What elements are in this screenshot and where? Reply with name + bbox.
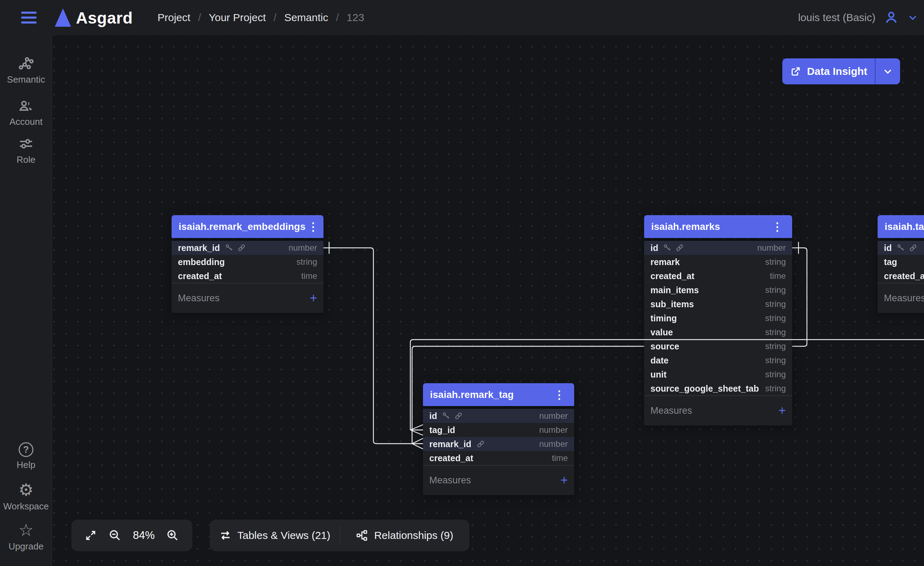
kebab-menu-icon[interactable]: ⋮ <box>552 389 567 400</box>
expand-icon <box>84 529 97 542</box>
sidebar-item-label: Help <box>16 460 35 470</box>
table-row[interactable]: embedding string <box>172 255 324 269</box>
table-row[interactable]: id number <box>878 241 924 255</box>
measures-section: Measures + <box>423 466 574 495</box>
top-bar: Asgard Project / Your Project / Semantic… <box>0 0 924 35</box>
data-insight-dropdown[interactable] <box>876 58 900 84</box>
add-measure-button[interactable]: + <box>310 292 317 304</box>
column-name: id <box>429 411 437 421</box>
account-icon <box>18 98 34 114</box>
user-menu[interactable]: louis test (Basic) <box>798 0 918 35</box>
tables-views-button[interactable]: Tables & Views (21) <box>210 520 340 551</box>
table-row[interactable]: date string <box>644 353 792 367</box>
column-name: embedding <box>178 257 225 267</box>
table-row[interactable]: main_items string <box>644 283 792 297</box>
sidebar-item-label: Semantic <box>7 74 45 85</box>
column-name: timing <box>651 313 677 323</box>
table-row[interactable]: value string <box>644 325 792 339</box>
add-measure-button[interactable]: + <box>778 404 786 417</box>
user-label: louis test (Basic) <box>798 12 876 24</box>
chevron-down-icon[interactable] <box>907 12 918 23</box>
measures-label: Measures <box>651 405 692 416</box>
sidebar-item-upgrade[interactable]: ☆ Upgrade <box>0 522 52 552</box>
column-type: string <box>765 370 786 379</box>
table-card-remark-embeddings[interactable]: isaiah.remark_embeddings ⋮ remark_id num… <box>172 215 324 313</box>
breadcrumb-project[interactable]: Project <box>158 12 190 24</box>
table-body: remark_id number embedding string create… <box>172 241 324 313</box>
column-type: time <box>552 453 568 463</box>
table-title: isaiah.remark_embeddings <box>178 221 306 232</box>
table-row[interactable]: remark_id number <box>172 241 324 255</box>
link-icon <box>237 243 246 252</box>
relationships-button[interactable]: Relationships (9) <box>340 520 470 551</box>
table-row[interactable]: source string <box>644 339 792 353</box>
key-icon <box>442 411 451 421</box>
table-card-tags[interactable]: isaiah.tags ⋮ id number tag string creat… <box>878 215 924 313</box>
table-row[interactable]: sub_items string <box>644 297 792 311</box>
table-card-remarks[interactable]: isaiah.remarks ⋮ id number remark string… <box>644 215 792 425</box>
sidebar-item-label: Account <box>9 116 42 127</box>
relationships-icon <box>356 529 369 542</box>
table-row[interactable]: id number <box>423 409 574 423</box>
fit-view-button[interactable] <box>84 529 97 542</box>
sidebar-item-workspace[interactable]: ⚙ Workspace <box>0 482 52 512</box>
table-row[interactable]: tag string <box>878 255 924 269</box>
zoom-out-button[interactable] <box>108 529 122 542</box>
key-icon <box>896 243 905 252</box>
table-row[interactable]: unit string <box>644 367 792 382</box>
table-row[interactable]: remark string <box>644 255 792 269</box>
table-row[interactable]: created_at time <box>644 269 792 283</box>
column-name: created_at <box>651 271 694 281</box>
zoom-level[interactable]: 84% <box>133 529 155 542</box>
data-insight-main[interactable]: Data Insight <box>782 58 875 84</box>
breadcrumb-your-project[interactable]: Your Project <box>209 12 266 24</box>
column-name: value <box>651 327 673 337</box>
key-icon <box>225 243 234 252</box>
breadcrumb-separator: / <box>273 12 276 24</box>
sidebar-item-account[interactable]: Account <box>0 98 52 127</box>
table-row[interactable]: remark_id number <box>423 437 574 451</box>
hamburger-menu-icon[interactable] <box>21 12 37 24</box>
table-body: id number remark string created_at time … <box>644 241 792 425</box>
swap-arrows-icon <box>219 529 232 542</box>
sidebar-item-semantic[interactable]: Semantic <box>0 55 52 85</box>
table-row[interactable]: created_at time <box>878 269 924 283</box>
column-type: number <box>539 439 568 449</box>
table-header[interactable]: isaiah.remark_embeddings ⋮ <box>172 215 324 238</box>
column-name: unit <box>651 370 667 380</box>
table-row[interactable]: source_google_sheet_tab string <box>644 382 792 395</box>
measures-section: Measures + <box>878 283 924 313</box>
data-insight-button[interactable]: Data Insight <box>782 58 900 84</box>
column-name: created_at <box>884 271 924 281</box>
kebab-menu-icon[interactable]: ⋮ <box>770 221 785 232</box>
table-card-remark-tag[interactable]: isaiah.remark_tag ⋮ id number tag_id num… <box>423 383 574 495</box>
breadcrumb-separator: / <box>198 12 201 24</box>
table-header[interactable]: isaiah.tags ⋮ <box>878 215 924 238</box>
left-sidebar: Semantic Account Role ? Help ⚙ Workspace… <box>0 35 52 566</box>
help-icon: ? <box>19 442 33 457</box>
sidebar-item-role[interactable]: Role <box>0 136 52 165</box>
breadcrumb-separator: / <box>336 12 339 24</box>
table-header[interactable]: isaiah.remark_tag ⋮ <box>423 383 574 406</box>
table-title: isaiah.remark_tag <box>430 389 514 400</box>
column-type: string <box>765 355 786 365</box>
table-header[interactable]: isaiah.remarks ⋮ <box>644 215 792 238</box>
table-row[interactable]: timing string <box>644 311 792 325</box>
link-icon <box>454 411 463 421</box>
zoom-in-button[interactable] <box>166 529 179 542</box>
table-title: isaiah.tags <box>885 221 924 232</box>
table-row[interactable]: tag_id number <box>423 423 574 437</box>
table-row[interactable]: created_at time <box>172 269 324 283</box>
table-row[interactable]: id number <box>644 241 792 255</box>
measures-section: Measures + <box>644 396 792 425</box>
breadcrumb-semantic[interactable]: Semantic <box>284 12 328 24</box>
column-type: number <box>539 425 568 435</box>
kebab-menu-icon[interactable]: ⋮ <box>306 221 321 232</box>
sidebar-item-help[interactable]: ? Help <box>0 442 52 470</box>
column-name: remark_id <box>178 243 220 253</box>
table-row[interactable]: created_at time <box>423 451 574 465</box>
add-measure-button[interactable]: + <box>561 474 568 487</box>
measures-label: Measures <box>429 475 471 486</box>
link-icon <box>909 243 918 252</box>
user-icon[interactable] <box>883 9 899 25</box>
